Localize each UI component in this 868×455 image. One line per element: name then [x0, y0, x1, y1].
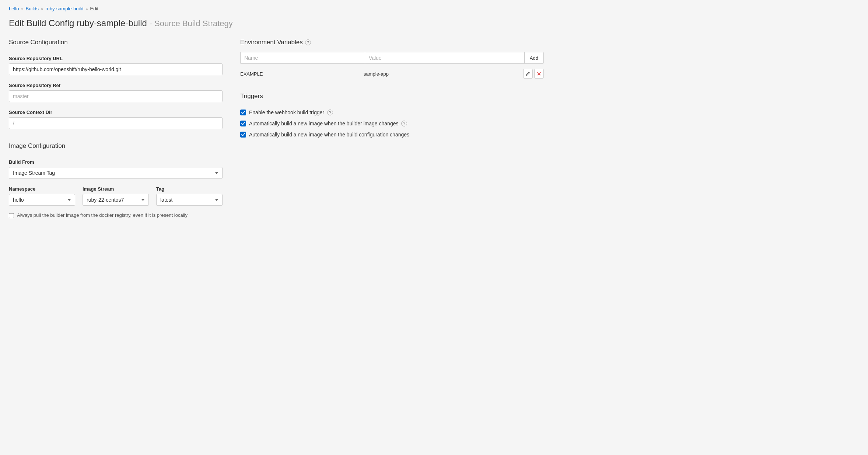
page-subtitle: - Source Build Strategy: [150, 19, 233, 28]
image-stream-label: Image Stream: [83, 186, 149, 192]
env-header: Environment Variables ?: [240, 39, 544, 46]
image-selectors: Namespace hello Image Stream ruby-22-cen…: [9, 186, 223, 206]
triggers-heading: Triggers: [240, 93, 544, 102]
trigger-row-2: Automatically build a new image when the…: [240, 132, 544, 138]
env-edit-button[interactable]: [523, 69, 533, 79]
breadcrumb-builds[interactable]: Builds: [26, 6, 39, 11]
trigger-row-0: Enable the webhook build trigger ?: [240, 110, 544, 115]
trigger-label-2: Automatically build a new image when the…: [249, 132, 409, 138]
repo-ref-group: Source Repository Ref: [9, 83, 223, 102]
repo-url-label: Source Repository URL: [9, 56, 223, 61]
env-row-actions: [523, 69, 544, 79]
namespace-col: Namespace hello: [9, 186, 75, 206]
trigger-label-0: Enable the webhook build trigger: [249, 110, 324, 115]
triggers-section: Triggers Enable the webhook build trigge…: [240, 93, 544, 138]
trigger-help-icon-1[interactable]: ?: [401, 121, 407, 126]
build-from-group: Build From Image Stream Tag Image Stream…: [9, 159, 223, 179]
repo-url-input[interactable]: [9, 63, 223, 75]
env-table-row: EXAMPLE sample-app: [240, 67, 544, 81]
left-column: Source Configuration Source Repository U…: [9, 39, 223, 218]
pull-checkbox-label[interactable]: Always pull the builder image from the d…: [17, 212, 188, 218]
context-dir-input[interactable]: [9, 117, 223, 129]
env-value-value: sample-app: [364, 71, 520, 77]
source-config-section: Source Configuration Source Repository U…: [9, 39, 223, 129]
page-container: hello » Builds » ruby-sample-build » Edi…: [0, 0, 553, 233]
namespace-select[interactable]: hello: [9, 194, 75, 206]
repo-ref-input[interactable]: [9, 90, 223, 102]
image-stream-select[interactable]: ruby-22-centos7: [83, 194, 149, 206]
env-help-icon[interactable]: ?: [305, 39, 311, 45]
context-dir-group: Source Context Dir: [9, 110, 223, 129]
image-config-heading: Image Configuration: [9, 142, 223, 152]
trigger-help-icon-0[interactable]: ?: [327, 110, 333, 115]
env-input-row: Add: [240, 52, 544, 64]
right-column: Environment Variables ? Add EXAMPLE samp…: [240, 39, 544, 218]
tag-col: Tag latest: [156, 186, 223, 206]
breadcrumb-sep-3: »: [85, 7, 88, 11]
build-from-label: Build From: [9, 159, 223, 165]
trigger-label-1: Automatically build a new image when the…: [249, 121, 398, 126]
breadcrumb-hello[interactable]: hello: [9, 6, 19, 11]
tag-select[interactable]: latest: [156, 194, 223, 206]
tag-label: Tag: [156, 186, 223, 192]
image-stream-col: Image Stream ruby-22-centos7: [83, 186, 149, 206]
trigger-checkbox-1[interactable]: [240, 121, 246, 126]
page-title: Edit Build Config ruby-sample-build - So…: [9, 18, 544, 28]
breadcrumb-edit: Edit: [90, 6, 98, 11]
trigger-row-1: Automatically build a new image when the…: [240, 121, 544, 126]
repo-url-group: Source Repository URL: [9, 56, 223, 75]
env-value-input[interactable]: [365, 52, 524, 64]
namespace-label: Namespace: [9, 186, 75, 192]
breadcrumb-ruby-sample-build[interactable]: ruby-sample-build: [45, 6, 83, 11]
env-name-input[interactable]: [240, 52, 365, 64]
pull-checkbox-row: Always pull the builder image from the d…: [9, 212, 223, 218]
build-from-select[interactable]: Image Stream Tag Image Stream Image Dock…: [9, 167, 223, 179]
breadcrumb: hello » Builds » ruby-sample-build » Edi…: [9, 6, 544, 11]
breadcrumb-sep-2: »: [41, 7, 43, 11]
trigger-checkbox-2[interactable]: [240, 132, 246, 138]
env-add-button[interactable]: Add: [524, 52, 544, 64]
pull-checkbox[interactable]: [9, 213, 14, 218]
main-layout: Source Configuration Source Repository U…: [9, 39, 544, 218]
repo-ref-label: Source Repository Ref: [9, 83, 223, 88]
context-dir-label: Source Context Dir: [9, 110, 223, 115]
breadcrumb-sep-1: »: [21, 7, 23, 11]
source-config-heading: Source Configuration: [9, 39, 223, 48]
image-config-section: Image Configuration Build From Image Str…: [9, 142, 223, 218]
env-name-value: EXAMPLE: [240, 71, 361, 77]
env-heading-text: Environment Variables: [240, 39, 303, 46]
env-vars-section: Environment Variables ? Add EXAMPLE samp…: [240, 39, 544, 81]
env-delete-button[interactable]: [534, 69, 544, 79]
trigger-checkbox-0[interactable]: [240, 110, 246, 115]
